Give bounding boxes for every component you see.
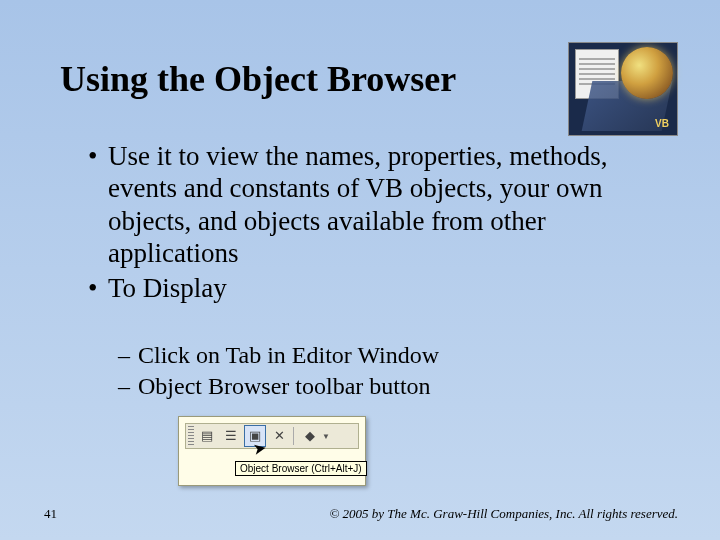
corner-decoration: VB xyxy=(568,42,678,136)
project-icon: ▤ xyxy=(196,425,218,447)
page-number: 41 xyxy=(44,506,57,522)
globe-icon xyxy=(621,47,673,99)
slide-title: Using the Object Browser xyxy=(60,58,456,100)
toolbox-icon: ✕ xyxy=(268,425,290,447)
object-browser-icon: ▣ xyxy=(244,425,266,447)
tooltip: Object Browser (Ctrl+Alt+J) xyxy=(235,461,367,476)
toolbar-strip: ▤ ☰ ▣ ✕ ◆ ▼ xyxy=(185,423,359,449)
toolbar-grip xyxy=(188,426,194,446)
toolbar-separator xyxy=(293,427,294,445)
sub-bullets: Click on Tab in Editor Window Object Bro… xyxy=(118,340,638,402)
sub-bullet-item: Object Browser toolbar button xyxy=(118,371,638,402)
bullet-item: To Display xyxy=(88,272,628,304)
copyright: © 2005 by The Mc. Graw-Hill Companies, I… xyxy=(329,506,678,522)
main-bullets: Use it to view the names, properties, me… xyxy=(88,140,628,306)
properties-icon: ☰ xyxy=(220,425,242,447)
extra-icon: ◆ xyxy=(299,425,321,447)
sub-bullet-item: Click on Tab in Editor Window xyxy=(118,340,638,371)
bullet-item: Use it to view the names, properties, me… xyxy=(88,140,628,270)
dropdown-arrow-icon: ▼ xyxy=(322,432,330,441)
vb-label: VB xyxy=(655,118,669,129)
toolbar-screenshot: ▤ ☰ ▣ ✕ ◆ ▼ ➤ Object Browser (Ctrl+Alt+J… xyxy=(178,416,366,486)
